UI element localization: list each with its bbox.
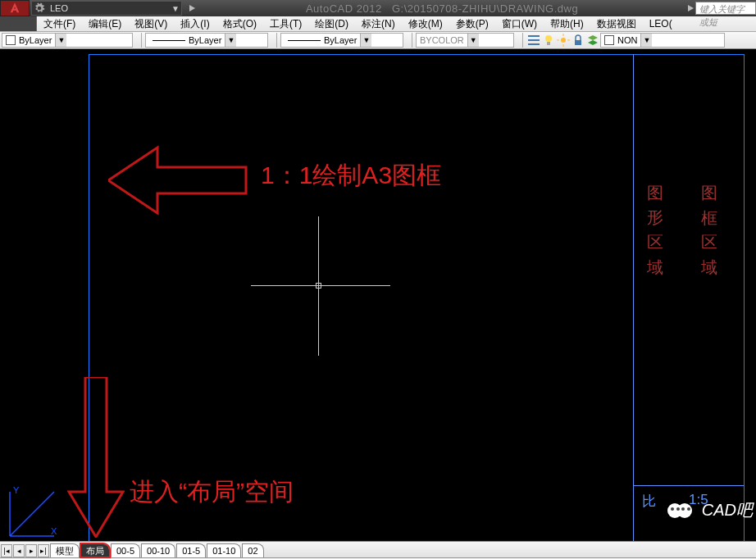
window-title: AutoCAD 2012 G:\20150708-ZHIHU\DRAWING.d… [197,2,687,15]
sun-icon[interactable] [557,34,570,47]
layout-tabs: |◂ ◂ ▸ ▸| 模型 布局 00-5 00-10 01-5 01-10 02 [0,541,756,557]
svg-rect-1 [528,39,540,41]
arrow-right-icon[interactable] [687,4,695,12]
app-menu-button[interactable] [0,0,30,16]
a3-frame [89,54,745,541]
svg-text:Y: Y [13,485,20,495]
svg-rect-4 [547,42,550,45]
drawing-area[interactable]: 图形区域 图框区域 比 1:5 1：1绘制A3图框 进入“布局”空间 Y X C… [0,49,756,541]
svg-text:X: X [51,526,57,536]
lineweight-preview-icon [153,40,185,41]
watermark: CAD吧 [667,499,753,521]
chevron-down-icon[interactable]: ▼ [467,34,479,47]
linetype-combo[interactable]: ByLayer ▼ [280,33,403,48]
lineweight-combo[interactable]: ByLayer ▼ [145,33,268,48]
workspace-name: LEO [47,3,170,13]
tab-nav-last[interactable]: ▸| [38,544,49,557]
tab-layout-2[interactable]: 00-10 [141,543,175,557]
pickbox [316,283,321,289]
tab-layout-3[interactable]: 01-5 [176,543,206,557]
tab-model[interactable]: 模型 [50,543,80,557]
tab-layout-5[interactable]: 02 [242,543,263,557]
menu-dimension[interactable]: 标注(N) [355,17,402,31]
menu-dataview[interactable]: 数据视图 [590,17,643,31]
svg-rect-0 [528,35,540,37]
annotation-text-1: 1：1绘制A3图框 [261,159,441,193]
menu-file[interactable]: 文件(F) [37,17,82,31]
tab-nav-first[interactable]: |◂ [1,544,12,557]
titleblock-col2: 图框区域 [699,172,721,270]
tab-layout-4[interactable]: 01-10 [207,543,241,557]
svg-rect-10 [575,40,581,45]
menu-window[interactable]: 窗口(W) [495,17,544,31]
svg-point-3 [545,35,552,42]
workspace-combo[interactable]: LEO ▼ [31,1,182,16]
tab-layout-0[interactable]: 布局 [80,543,110,557]
lock-icon[interactable] [572,34,585,47]
color-swatch-icon [6,35,16,45]
menu-edit[interactable]: 编辑(E) [82,17,128,31]
wechat-icon [667,501,697,520]
menu-modify[interactable]: 修改(M) [402,17,449,31]
layer-color-combo[interactable]: ByLayer ▼ [2,33,133,48]
titleblock-row [633,485,744,486]
chevron-down-icon[interactable]: ▼ [360,34,371,47]
titleblock-col1: 图形区域 [644,172,667,270]
svg-rect-2 [528,43,540,45]
tab-nav-next[interactable]: ▸ [25,544,37,557]
bulb-icon[interactable] [542,34,555,47]
annotation-arrow-down-icon [67,377,125,538]
menu-help[interactable]: 帮助(H) [544,17,590,31]
chevron-down-icon[interactable]: ▼ [170,4,181,13]
quick-access-toolbar [0,16,37,31]
autocad-logo-icon [8,2,21,15]
scale-label: 比 [642,492,656,511]
dimstyle-combo[interactable]: NON ▼ [600,33,725,48]
arrow-right-icon[interactable] [189,4,197,12]
menu-draw[interactable]: 绘图(D) [308,17,355,31]
menu-bar: 文件(F) 编辑(E) 视图(V) 插入(I) 格式(O) 工具(T) 绘图(D… [0,16,756,31]
linetype-preview-icon [288,40,321,41]
gear-icon [34,2,45,14]
menu-format[interactable]: 格式(O) [216,17,263,31]
annotation-text-2: 进入“布局”空间 [130,475,294,509]
tab-nav-prev[interactable]: ◂ [13,544,25,557]
ucs-icon: Y X [5,484,62,541]
chevron-down-icon[interactable]: ▼ [640,34,652,47]
title-bar: LEO ▼ AutoCAD 2012 G:\20150708-ZHIHU\DRA… [0,0,756,16]
chevron-down-icon[interactable]: ▼ [225,34,236,47]
chevron-down-icon[interactable]: ▼ [55,34,66,47]
list-icon[interactable] [527,34,540,47]
tab-layout-1[interactable]: 00-5 [111,543,140,557]
color-swatch-icon [604,35,614,45]
svg-point-5 [561,38,566,43]
menu-parametric[interactable]: 参数(P) [449,17,495,31]
menu-view[interactable]: 视图(V) [128,17,174,31]
layers-icon[interactable] [586,34,599,47]
plotstyle-combo[interactable]: BYCOLOR ▼ [416,33,514,48]
properties-toolbar: ByLayer ▼ ByLayer ▼ ByLayer ▼ BYCOLOR ▼ … [0,31,756,49]
menu-leo[interactable]: LEO( [643,18,679,30]
search-box[interactable]: 键入关键字或短 [695,2,756,15]
menu-tools[interactable]: 工具(T) [263,17,308,31]
titleblock-divider [633,54,634,541]
annotation-arrow-left-icon [108,139,248,221]
menu-insert[interactable]: 插入(I) [174,17,216,31]
